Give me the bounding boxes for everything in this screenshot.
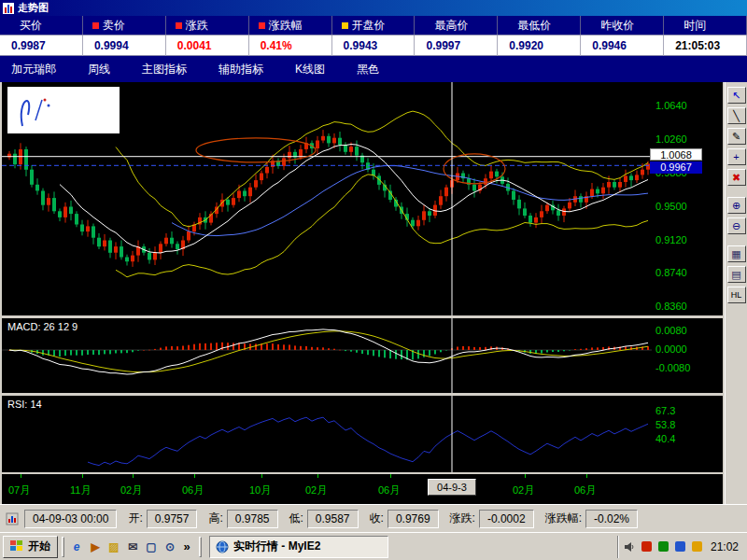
antivirus-icon[interactable] [674, 540, 686, 553]
rsi-axis-tick: 40.4 [655, 433, 675, 444]
delete-tool-icon[interactable]: ✖ [727, 169, 746, 186]
media-player-icon[interactable]: ▶ [87, 539, 104, 555]
title-bar[interactable]: 走势图 [0, 0, 747, 16]
macd-panel[interactable]: MACD: 26 12 9 0.0080 0.0000 -0.0080 [2, 318, 723, 393]
menu-item-symbol[interactable]: 加元瑞郎 [2, 58, 65, 81]
x-axis-label: 02月 [305, 483, 327, 497]
task-button-myie2[interactable]: 实时行情 - MyIE2 [209, 536, 388, 558]
y-axis-tick: 0.9120 [655, 234, 687, 245]
bullet-icon [342, 22, 348, 29]
selected-date-box[interactable]: 04-9-3 [428, 479, 476, 496]
desktop-icon[interactable]: ▢ [143, 539, 160, 555]
quote-label-change: 涨跌 [166, 16, 249, 35]
quote-header-values: 0.9987 0.9994 0.0041 0.41% 0.9943 0.9997… [0, 35, 747, 56]
drawing-toolbar: ↖╲✎+✖⊕⊖▦▤HL [725, 82, 747, 504]
rsi-axis-tick: 67.3 [655, 405, 675, 416]
x-axis-tick [261, 474, 262, 478]
taskbar-grip[interactable] [199, 537, 202, 557]
menu-item-main-indicator[interactable]: 主图指标 [133, 58, 196, 81]
pointer-tool-icon[interactable]: ↖ [727, 87, 746, 104]
cross-tool-icon[interactable]: + [727, 148, 746, 165]
y-axis-tick: 0.8360 [655, 301, 687, 312]
x-axis-tick [525, 474, 526, 478]
quick-launch-bar: e▶▨✉▢⊙ [68, 539, 178, 555]
zoom-in-tool-icon[interactable]: ⊕ [727, 197, 746, 214]
status-low-label: 低: [289, 511, 303, 526]
macd-axis-tick: -0.0080 [655, 362, 690, 373]
x-axis-tick [317, 474, 318, 478]
status-close-label: 收: [370, 511, 384, 526]
quote-label-open: 开盘价 [332, 16, 416, 35]
quick-launch-overflow-icon[interactable]: » [178, 539, 195, 555]
grid-tool-icon[interactable]: ▦ [727, 245, 746, 262]
quote-value-change-pct: 0.41% [249, 35, 332, 56]
bullet-icon [92, 22, 99, 29]
menu-item-chart-type[interactable]: K线图 [286, 58, 334, 81]
menu-item-sub-indicator[interactable]: 辅助指标 [209, 58, 273, 81]
status-change-value: -0.0002 [479, 510, 534, 528]
messenger-icon[interactable] [691, 540, 703, 553]
quote-label-low: 最低价 [498, 16, 581, 35]
main-chart-panel[interactable]: 1.06401.02600.98800.95000.91200.87400.83… [2, 82, 723, 315]
time-axis[interactable]: 07月11月02月06月10月02月06月02月06月04-9-3 [2, 474, 723, 504]
search-icon[interactable]: ⊙ [162, 539, 178, 555]
rsi-panel[interactable]: RSI: 14 67.3 53.8 40.4 [2, 396, 723, 472]
windows-logo-icon [10, 540, 24, 553]
x-axis-tick [21, 474, 21, 478]
pattern-tool-icon[interactable]: ▤ [727, 266, 746, 283]
chart-tray-icon[interactable] [641, 540, 653, 553]
quote-value-buy: 0.9987 [0, 35, 83, 56]
y-axis-tick: 0.9500 [655, 201, 687, 212]
menu-item-color[interactable]: 黑色 [347, 58, 388, 81]
quote-label-time: 时间 [664, 16, 747, 35]
globe-icon [216, 540, 229, 553]
bullet-icon [259, 22, 265, 29]
status-open-label: 开: [128, 511, 142, 526]
rsi-chart[interactable] [2, 396, 723, 472]
mail-icon[interactable]: ✉ [124, 539, 141, 555]
quote-value-change: 0.0041 [166, 35, 249, 56]
rsi-label: RSI: 14 [7, 399, 42, 410]
window-title: 走势图 [18, 1, 49, 15]
line-tool-icon[interactable]: ╲ [727, 107, 746, 124]
taskbar: 开始 e▶▨✉▢⊙ » 实时行情 - MyIE2 21:02 [0, 532, 747, 560]
start-button[interactable]: 开始 [3, 536, 58, 558]
y-axis-tick: 1.0640 [655, 100, 687, 111]
x-axis-label: 06月 [182, 483, 204, 497]
volume-icon[interactable] [624, 540, 636, 553]
menu-item-period[interactable]: 周线 [78, 58, 120, 81]
menu-bar: 加元瑞郎 周线 主图指标 辅助指标 K线图 黑色 [0, 56, 747, 82]
macd-chart[interactable] [2, 318, 723, 393]
zoom-out-tool-icon[interactable]: ⊖ [727, 217, 746, 234]
hl-tool-icon[interactable]: HL [727, 287, 746, 303]
x-axis-label: 02月 [513, 483, 534, 497]
x-axis-label: 06月 [574, 483, 596, 497]
price-tag-current: 0.9967 [650, 161, 702, 174]
status-high-value: 0.9785 [227, 510, 278, 528]
status-close-value: 0.9769 [388, 510, 439, 528]
input-method-icon[interactable] [657, 540, 669, 553]
status-low-value: 0.9587 [307, 510, 359, 528]
x-axis-tick [390, 474, 391, 478]
status-bar: 04-09-03 00:00 开: 0.9757 高: 0.9785 低: 0.… [0, 504, 747, 532]
x-axis-tick [82, 474, 83, 478]
quote-label-high: 最高价 [415, 16, 498, 35]
quick-launch-grip[interactable] [62, 537, 64, 557]
bullet-icon [176, 22, 182, 29]
macd-label: MACD: 26 12 9 [7, 321, 78, 332]
y-axis-tick: 0.8740 [655, 267, 687, 278]
x-axis-label: 11月 [70, 483, 91, 497]
status-datetime: 04-09-03 00:00 [24, 510, 117, 528]
macd-axis-tick: 0.0080 [655, 325, 687, 336]
y-axis-tick: 1.0260 [655, 133, 687, 145]
x-axis-label: 07月 [8, 483, 30, 497]
pencil-tool-icon[interactable]: ✎ [727, 128, 746, 145]
folder-icon[interactable]: ▨ [106, 539, 122, 555]
ie-icon[interactable]: e [68, 539, 85, 555]
taskbar-clock[interactable]: 21:02 [711, 540, 739, 553]
quote-value-low: 0.9920 [498, 35, 581, 56]
app-icon [3, 3, 14, 14]
quote-label-change-pct: 涨跌幅 [249, 16, 332, 35]
quote-label-buy: 买价 [0, 16, 83, 35]
quote-value-open: 0.9943 [332, 35, 416, 56]
